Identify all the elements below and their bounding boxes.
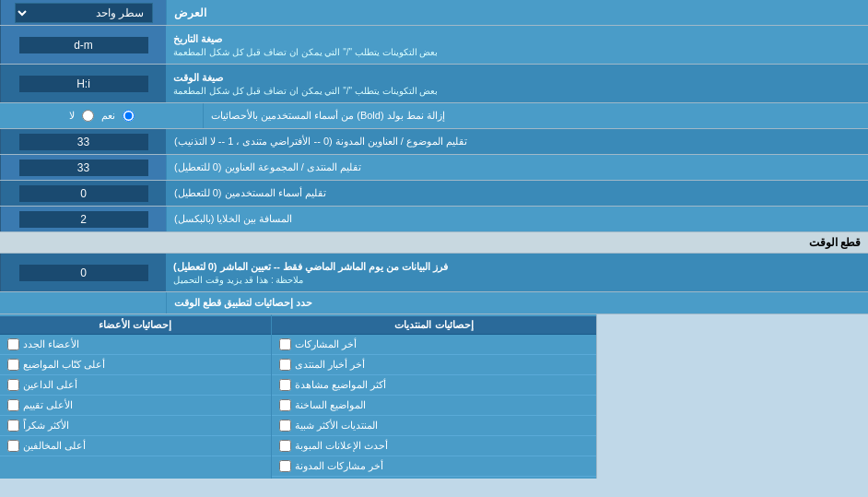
bold-no-label: لا	[69, 110, 75, 122]
checkbox-forum-news-input[interactable]	[279, 359, 291, 371]
page-title: العرض	[166, 0, 868, 25]
checkbox-blog-posts: أخر مشاركات المدونة	[272, 456, 597, 477]
checkbox-top-rated: الأعلى تقييم	[0, 396, 271, 416]
usernames-label: تقليم أسماء المستخدمين (0 للتعطيل)	[166, 181, 868, 206]
checkbox-new-members-input[interactable]	[7, 338, 19, 350]
forum-titles-input[interactable]	[19, 160, 148, 176]
checkbox-most-thanked: الأكثر شكراً	[0, 416, 271, 436]
checkbox-hot-topics-input[interactable]	[279, 399, 291, 411]
checkbox-top-inviters-input[interactable]	[7, 379, 19, 391]
time-format-input[interactable]	[19, 76, 148, 92]
bold-yes-label: نعم	[101, 110, 115, 122]
bold-yes-radio[interactable]	[123, 110, 135, 122]
cell-spacing-label: المسافة بين الخلايا (بالبكسل)	[166, 207, 868, 231]
checkbox-top-violators-input[interactable]	[7, 440, 19, 452]
time-format-input-cell	[0, 65, 166, 102]
display-select[interactable]: سطر واحد سطرين ثلاثة أسطر	[15, 3, 153, 23]
usernames-input-cell	[0, 181, 166, 206]
stats-apply-label: حدد إحصائيات لتطبيق قطع الوقت	[166, 292, 868, 314]
checkbox-classifieds-input[interactable]	[279, 440, 291, 452]
checkbox-top-writers-input[interactable]	[7, 359, 19, 371]
topic-titles-input[interactable]	[19, 134, 148, 150]
date-format-label: صيغة التاريخ بعض التكوينات يتطلب "/" الت…	[166, 26, 868, 64]
usernames-input[interactable]	[19, 185, 148, 202]
bold-remove-radio: نعم لا	[0, 103, 203, 128]
cell-spacing-input[interactable]	[19, 211, 148, 228]
time-cut-header: قطع الوقت	[0, 232, 868, 254]
checkbox-most-thanked-input[interactable]	[7, 420, 19, 432]
checkbox-classifieds: أحدث الإعلانات المبوبة	[272, 436, 597, 456]
checkbox-top-writers: أعلى كتّاب المواضيع	[0, 355, 271, 375]
checkbox-new-members: الأعضاء الجدد	[0, 335, 271, 355]
checkbox-popular-forums: المنتديات الأكثر شبية	[272, 416, 597, 436]
time-cut-label: فرز البيانات من يوم الماشر الماضي فقط --…	[166, 254, 868, 291]
checkbox-hot-topics: المواضيع الساخنة	[272, 396, 597, 416]
checkbox-last-posts: أخر المشاركات	[272, 335, 597, 355]
checkbox-last-posts-input[interactable]	[279, 338, 291, 350]
checkbox-most-viewed-input[interactable]	[279, 379, 291, 391]
topic-titles-label: تقليم الموضوع / العناوين المدونة (0 -- ا…	[166, 129, 868, 154]
col1-header: إحصائيات الأعضاء	[0, 316, 271, 335]
forum-titles-input-cell	[0, 155, 166, 180]
checkboxes-section: إحصائيات المنتديات أخر المشاركات أخر أخب…	[0, 314, 868, 479]
time-cut-input-cell	[0, 254, 166, 291]
cell-spacing-input-cell	[0, 207, 166, 231]
checkbox-blog-posts-input[interactable]	[279, 460, 291, 472]
bold-no-radio[interactable]	[82, 110, 94, 122]
bold-remove-label: إزالة نمط بولد (Bold) من أسماء المستخدمي…	[203, 103, 868, 128]
time-format-label: صيغة الوقت بعض التكوينات يتطلب "/" التي …	[166, 65, 868, 102]
date-format-input-cell	[0, 26, 166, 64]
checkbox-top-rated-input[interactable]	[7, 399, 19, 411]
checkbox-top-inviters: أعلى الداعين	[0, 375, 271, 396]
forum-titles-label: تقليم المنتدى / المجموعة العناوين (0 للت…	[166, 155, 868, 180]
time-cut-input[interactable]	[19, 265, 148, 281]
checkbox-forum-news: أخر أخبار المنتدى	[272, 355, 597, 375]
topic-titles-input-cell	[0, 129, 166, 154]
checkbox-popular-forums-input[interactable]	[279, 420, 291, 432]
date-format-input[interactable]	[19, 37, 148, 53]
checkbox-most-viewed: أكثر المواضيع مشاهدة	[272, 375, 597, 396]
col2-header: إحصائيات المنتديات	[272, 316, 597, 335]
checkbox-top-violators: أعلى المخالفين	[0, 436, 271, 456]
